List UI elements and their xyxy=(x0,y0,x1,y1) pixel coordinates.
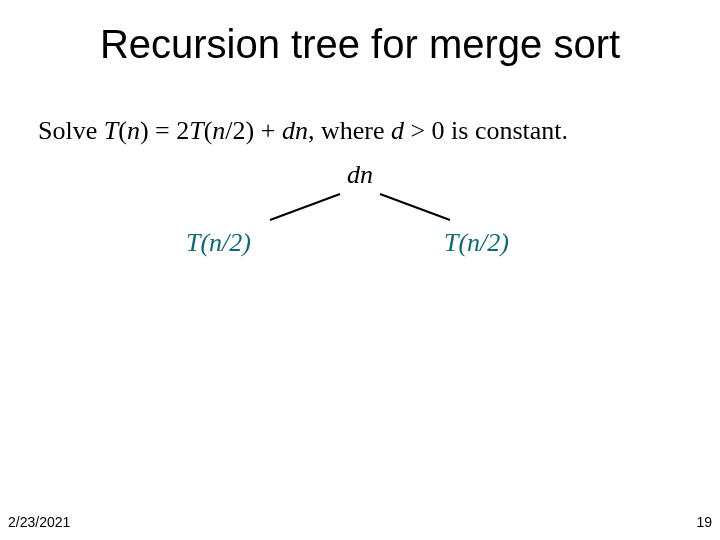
eq-d: d xyxy=(282,116,295,145)
eq-n2: n xyxy=(212,116,225,145)
svg-line-1 xyxy=(380,194,450,220)
eq-gt: > 0 is constant. xyxy=(404,116,568,145)
tree-left-child: T(n/2) xyxy=(186,228,251,258)
eq-solve: Solve xyxy=(38,116,104,145)
eq-lp1: ( xyxy=(118,116,127,145)
eq-rp1: ) xyxy=(140,116,149,145)
eq-d2: d xyxy=(391,116,404,145)
slide: Recursion tree for merge sort Solve T(n)… xyxy=(0,0,720,540)
svg-line-0 xyxy=(270,194,340,220)
eq-n1: n xyxy=(127,116,140,145)
eq-over2a: /2) + xyxy=(225,116,282,145)
eq-T1: T xyxy=(104,116,118,145)
footer-page-number: 19 xyxy=(696,514,712,530)
tree-branches-icon xyxy=(260,190,460,226)
tree-root: dn xyxy=(0,160,720,190)
eq-n3: n xyxy=(295,116,308,145)
eq-T2: T xyxy=(189,116,203,145)
slide-title: Recursion tree for merge sort xyxy=(0,22,720,67)
recurrence-equation: Solve T(n) = 2T(n/2) + dn, where d > 0 i… xyxy=(38,116,568,146)
eq-mid: , where xyxy=(308,116,391,145)
tree-right-child: T(n/2) xyxy=(444,228,509,258)
footer-date: 2/23/2021 xyxy=(8,514,70,530)
eq-eq: = 2 xyxy=(149,116,190,145)
